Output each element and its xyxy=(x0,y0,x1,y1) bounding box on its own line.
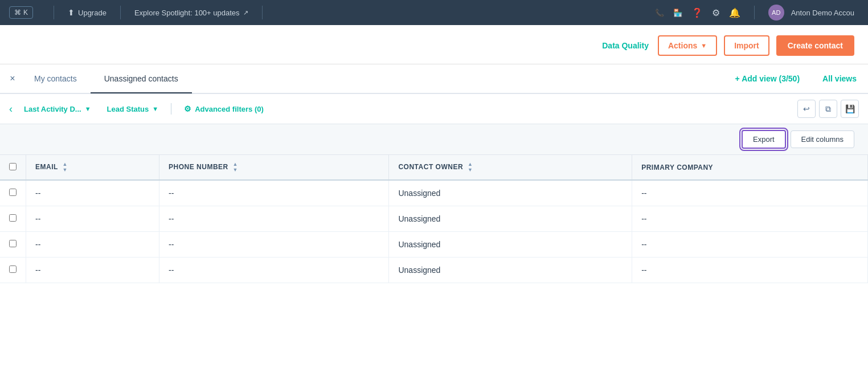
th-email[interactable]: EMAIL ▲▼ xyxy=(26,155,159,180)
th-phone[interactable]: PHONE NUMBER ▲▼ xyxy=(159,155,389,180)
email-col-label: EMAIL xyxy=(35,163,58,171)
gear-icon: ⚙ xyxy=(712,7,720,18)
filterbar: ‹ Last Activity D... ▼ Lead Status ▼ ⚙ A… xyxy=(0,94,868,124)
create-contact-button[interactable]: Create contact xyxy=(776,35,854,56)
divider-2 xyxy=(120,6,121,19)
create-contact-label: Create contact xyxy=(788,41,843,50)
import-button[interactable]: Import xyxy=(724,35,769,56)
data-quality-link[interactable]: Data Quality xyxy=(602,41,649,50)
undo-button[interactable]: ↩ xyxy=(797,100,816,118)
store-icon-btn[interactable]: 🏪 xyxy=(669,9,687,17)
store-icon: 🏪 xyxy=(673,9,682,17)
cmd-icon: ⌘ xyxy=(14,9,21,17)
table-row[interactable]: -- -- Unassigned -- xyxy=(0,206,868,232)
tab-unassigned-contacts[interactable]: Unassigned contacts xyxy=(91,65,192,93)
tab-my-contacts[interactable]: My contacts xyxy=(21,65,91,93)
export-button[interactable]: Export xyxy=(742,130,786,149)
owner-sort-icon[interactable]: ▲▼ xyxy=(468,162,473,173)
table-row[interactable]: -- -- Unassigned -- xyxy=(0,258,868,283)
last-activity-label: Last Activity D... xyxy=(24,105,81,113)
owner-cell: Unassigned xyxy=(389,258,632,283)
divider-1 xyxy=(54,6,54,19)
tab-my-contacts-label: My contacts xyxy=(34,74,77,83)
company-cell: -- xyxy=(632,206,868,232)
select-all-header[interactable] xyxy=(0,155,26,180)
last-activity-filter[interactable]: Last Activity D... ▼ xyxy=(19,103,96,116)
table-row[interactable]: -- -- Unassigned -- xyxy=(0,180,868,206)
account-menu[interactable]: AD Anton Demo Accou xyxy=(764,5,859,21)
add-view-label: + Add view (3/50) xyxy=(735,74,800,83)
owner-cell: Unassigned xyxy=(389,180,632,206)
settings-icon-btn[interactable]: ⚙ xyxy=(707,7,724,18)
actionbar: Data Quality Actions ▼ Import Create con… xyxy=(0,25,868,64)
th-company: PRIMARY COMPANY xyxy=(632,155,868,180)
row-checkbox[interactable] xyxy=(9,214,17,222)
copy-icon: ⧉ xyxy=(825,104,831,114)
filter-expand-icon[interactable]: ‹ xyxy=(9,103,13,115)
tab-close-button[interactable]: × xyxy=(5,71,21,87)
bell-icon: 🔔 xyxy=(729,7,740,18)
row-checkbox[interactable] xyxy=(9,189,17,196)
last-activity-chevron-icon: ▼ xyxy=(85,105,91,112)
email-cell: -- xyxy=(26,258,159,283)
account-label: Anton Demo Accou xyxy=(791,9,854,17)
external-link-icon: ↗ xyxy=(243,9,248,17)
row-select-cell[interactable] xyxy=(0,206,26,232)
filter-divider xyxy=(171,103,171,115)
filter-sliders-icon: ⚙ xyxy=(184,104,191,113)
owner-cell: Unassigned xyxy=(389,206,632,232)
notifications-icon-btn[interactable]: 🔔 xyxy=(724,7,745,18)
topbar: ⌘ K ⬆ Upgrade Explore Spotlight: 100+ up… xyxy=(0,0,868,25)
save-button[interactable]: 💾 xyxy=(841,100,859,118)
row-select-cell[interactable] xyxy=(0,232,26,258)
email-cell: -- xyxy=(26,180,159,206)
edit-columns-button[interactable]: Edit columns xyxy=(791,130,854,148)
phone-icon-btn[interactable]: 📞 xyxy=(650,9,669,17)
close-icon: × xyxy=(10,73,15,84)
all-views-link[interactable]: All views xyxy=(811,74,868,83)
advanced-filters-button[interactable]: ⚙ Advanced filters (0) xyxy=(179,102,268,116)
select-all-checkbox[interactable] xyxy=(9,163,17,170)
filter-right-icons: ↩ ⧉ 💾 xyxy=(797,100,859,118)
actions-button[interactable]: Actions ▼ xyxy=(658,35,717,56)
table-header-row: EMAIL ▲▼ PHONE NUMBER ▲▼ CONTACT OWNER ▲… xyxy=(0,155,868,180)
spotlight-label: Explore Spotlight: 100+ updates xyxy=(134,9,240,17)
lead-status-filter[interactable]: Lead Status ▼ xyxy=(103,103,163,116)
divider-4 xyxy=(754,6,755,19)
divider-3 xyxy=(262,6,263,19)
company-cell: -- xyxy=(632,232,868,258)
phone-col-label: PHONE NUMBER xyxy=(169,163,228,171)
th-owner[interactable]: CONTACT OWNER ▲▼ xyxy=(389,155,632,180)
row-select-cell[interactable] xyxy=(0,258,26,283)
row-checkbox[interactable] xyxy=(9,240,17,247)
help-icon-btn[interactable]: ❓ xyxy=(687,7,707,18)
owner-col-label: CONTACT OWNER xyxy=(398,163,463,171)
add-view-button[interactable]: + Add view (3/50) xyxy=(724,74,811,83)
lead-status-chevron-icon: ▼ xyxy=(152,105,158,112)
table-row[interactable]: -- -- Unassigned -- xyxy=(0,232,868,258)
copy-button[interactable]: ⧉ xyxy=(819,100,837,118)
phone-sort-icon[interactable]: ▲▼ xyxy=(233,162,238,173)
cmd-k-shortcut[interactable]: ⌘ K xyxy=(9,6,33,19)
spotlight-link[interactable]: Explore Spotlight: 100+ updates ↗ xyxy=(130,9,253,17)
phone-cell: -- xyxy=(159,258,389,283)
avatar: AD xyxy=(768,5,784,21)
owner-cell: Unassigned xyxy=(389,232,632,258)
phone-icon: 📞 xyxy=(655,9,664,17)
help-icon: ❓ xyxy=(691,7,703,18)
advanced-filters-label: Advanced filters (0) xyxy=(195,105,264,113)
table-toolbar: Export Edit columns xyxy=(0,124,868,155)
company-cell: -- xyxy=(632,180,868,206)
lead-status-label: Lead Status xyxy=(107,105,149,113)
row-checkbox[interactable] xyxy=(9,265,17,273)
k-key: K xyxy=(23,9,28,17)
contacts-table: EMAIL ▲▼ PHONE NUMBER ▲▼ CONTACT OWNER ▲… xyxy=(0,155,868,283)
export-highlight: Export xyxy=(742,130,786,149)
upgrade-link[interactable]: ⬆ Upgrade xyxy=(63,8,111,17)
undo-icon: ↩ xyxy=(803,104,810,113)
row-select-cell[interactable] xyxy=(0,180,26,206)
tabbar: × My contacts Unassigned contacts + Add … xyxy=(0,64,868,94)
actions-label: Actions xyxy=(668,41,697,50)
actions-chevron-icon: ▼ xyxy=(701,42,707,49)
email-sort-icon[interactable]: ▲▼ xyxy=(62,162,67,173)
